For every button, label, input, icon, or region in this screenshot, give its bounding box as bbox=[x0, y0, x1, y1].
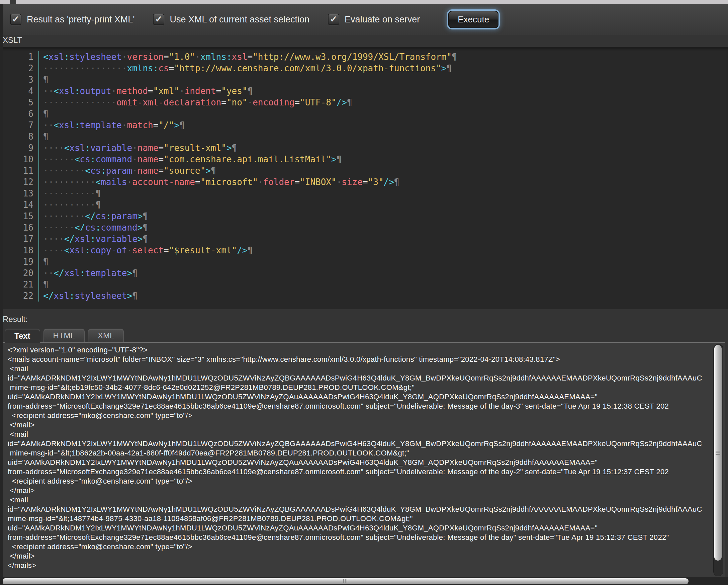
line-number: 14 bbox=[0, 199, 39, 210]
execute-button[interactable]: Execute bbox=[448, 11, 498, 28]
xslt-code-editor[interactable]: 1<xsl:stylesheet·version="1.0"·xmlns:xsl… bbox=[0, 47, 728, 309]
code-line-text: ··········¶ bbox=[39, 188, 101, 199]
checkbox-label: Result as 'pretty-print XML' bbox=[27, 15, 134, 25]
code-line-text: ¶ bbox=[39, 279, 49, 290]
checkmark-icon: ✓ bbox=[155, 15, 163, 23]
code-line-text: ¶ bbox=[39, 131, 49, 142]
code-line-text: ················xmlns:cs="http://www.cen… bbox=[39, 62, 452, 74]
code-line: 19¶ bbox=[0, 256, 728, 268]
code-line: 22</xsl:stylesheet>¶ bbox=[0, 290, 728, 302]
code-line: 3¶ bbox=[0, 74, 728, 85]
code-line-text: ··<xsl:output·method="xml"·indent="yes"¶ bbox=[39, 85, 253, 97]
code-line-text: ··········¶ bbox=[39, 199, 101, 210]
tab-html[interactable]: HTML bbox=[44, 329, 85, 342]
code-line-text: ··</xsl:template>¶ bbox=[39, 268, 137, 279]
result-section-label: Result: bbox=[3, 314, 28, 324]
code-line-text: ··········<mails·account-name="microsoft… bbox=[39, 176, 399, 188]
code-line: 21¶ bbox=[0, 279, 728, 290]
checkbox-pretty-print-xml[interactable]: ✓ Result as 'pretty-print XML' bbox=[10, 14, 134, 25]
line-number: 15 bbox=[0, 210, 39, 222]
checkbox-label: Evaluate on server bbox=[345, 15, 420, 25]
line-number: 12 bbox=[0, 176, 39, 188]
result-panel[interactable]: <?xml version="1.0" encoding="UTF-8"?> <… bbox=[3, 342, 725, 577]
code-line: 6¶ bbox=[0, 108, 728, 120]
code-line: 14··········¶ bbox=[0, 199, 728, 210]
line-number: 5 bbox=[0, 97, 39, 108]
code-line: 15········</cs:param>¶ bbox=[0, 210, 728, 222]
line-number: 9 bbox=[0, 142, 39, 154]
line-number: 4 bbox=[0, 85, 39, 97]
scrollbar-grip-icon bbox=[343, 579, 347, 583]
code-line-text: ¶ bbox=[39, 108, 49, 120]
code-line-text: ····<xsl:copy-of·select="$result-xml"/>¶ bbox=[39, 245, 253, 256]
code-line-text: <xsl:stylesheet·version="1.0"·xmlns:xsl=… bbox=[39, 51, 457, 62]
window-left-border bbox=[0, 4, 3, 585]
line-number: 16 bbox=[0, 222, 39, 233]
xslt-tool-window: ✓ Result as 'pretty-print XML' ✓ Use XML… bbox=[0, 0, 728, 585]
line-number: 10 bbox=[0, 154, 39, 165]
code-line: 5··············omit-xml-declaration="no"… bbox=[0, 97, 728, 108]
line-number: 22 bbox=[0, 290, 39, 302]
line-number: 8 bbox=[0, 131, 39, 142]
code-line-text: ····</xsl:variable>¶ bbox=[39, 233, 148, 245]
line-number: 21 bbox=[0, 279, 39, 290]
code-line-text: ······</cs:command>¶ bbox=[39, 222, 148, 233]
line-number: 7 bbox=[0, 120, 39, 131]
line-number: 18 bbox=[0, 245, 39, 256]
line-number: 13 bbox=[0, 188, 39, 199]
line-number: 2 bbox=[0, 62, 39, 74]
code-line: 4··<xsl:output·method="xml"·indent="yes"… bbox=[0, 85, 728, 97]
code-line-text: ····<xsl:variable·name="result-xml">¶ bbox=[39, 142, 237, 154]
code-line-text: ¶ bbox=[39, 74, 49, 85]
line-number: 6 bbox=[0, 108, 39, 120]
code-line: 1<xsl:stylesheet·version="1.0"·xmlns:xsl… bbox=[0, 51, 728, 62]
code-line-text: ··············omit-xml-declaration="no"·… bbox=[39, 97, 352, 108]
horizontal-scrollbar[interactable] bbox=[0, 577, 728, 585]
code-line-text: ········<cs:param·name="source">¶ bbox=[39, 165, 216, 176]
code-line-text: </xsl:stylesheet>¶ bbox=[39, 290, 137, 302]
code-line: 7··<xsl:template·match="/">¶ bbox=[0, 120, 728, 131]
xslt-section-label: XSLT bbox=[3, 35, 22, 45]
code-line: 9····<xsl:variable·name="result-xml">¶ bbox=[0, 142, 728, 154]
checkmark-icon: ✓ bbox=[330, 15, 337, 23]
top-strip-notch bbox=[10, 0, 16, 4]
line-number: 20 bbox=[0, 268, 39, 279]
use-xml-checkbox[interactable]: ✓ bbox=[153, 14, 164, 25]
code-line: 13··········¶ bbox=[0, 188, 728, 199]
toolbar: ✓ Result as 'pretty-print XML' ✓ Use XML… bbox=[0, 4, 728, 35]
code-line: 20··</xsl:template>¶ bbox=[0, 268, 728, 279]
code-line-text: ······<cs:command·name="com.censhare.api… bbox=[39, 154, 342, 165]
checkbox-use-xml-asset-selection[interactable]: ✓ Use XML of current asset selection bbox=[153, 14, 309, 25]
xslt-code: 1<xsl:stylesheet·version="1.0"·xmlns:xsl… bbox=[0, 51, 728, 302]
evaluate-checkbox[interactable]: ✓ bbox=[328, 14, 339, 25]
code-line-text: ¶ bbox=[39, 256, 49, 268]
code-line: 17····</xsl:variable>¶ bbox=[0, 233, 728, 245]
scrollbar-grip-icon bbox=[716, 451, 720, 455]
code-line-text: ········</cs:param>¶ bbox=[39, 210, 148, 222]
line-number: 3 bbox=[0, 74, 39, 85]
window-top-strip bbox=[0, 0, 728, 4]
code-line: 12··········<mails·account-name="microso… bbox=[0, 176, 728, 188]
line-number: 1 bbox=[0, 51, 39, 62]
code-line: 16······</cs:command>¶ bbox=[0, 222, 728, 233]
code-line: 18····<xsl:copy-of·select="$result-xml"/… bbox=[0, 245, 728, 256]
tab-text[interactable]: Text bbox=[5, 329, 40, 343]
line-number: 11 bbox=[0, 165, 39, 176]
code-line: 10······<cs:command·name="com.censhare.a… bbox=[0, 154, 728, 165]
code-line-text: ··<xsl:template·match="/">¶ bbox=[39, 120, 185, 131]
tab-xml[interactable]: XML bbox=[88, 329, 124, 342]
code-line: 2················xmlns:cs="http://www.ce… bbox=[0, 62, 728, 74]
horizontal-scrollbar-thumb[interactable] bbox=[2, 578, 688, 584]
line-number: 17 bbox=[0, 233, 39, 245]
result-text: <?xml version="1.0" encoding="UTF-8"?> <… bbox=[8, 346, 710, 575]
vertical-scrollbar[interactable] bbox=[713, 344, 723, 576]
code-line: 11········<cs:param·name="source">¶ bbox=[0, 165, 728, 176]
checkmark-icon: ✓ bbox=[12, 15, 19, 23]
checkbox-evaluate-on-server[interactable]: ✓ Evaluate on server bbox=[328, 14, 420, 25]
line-number: 19 bbox=[0, 256, 39, 268]
code-line: 8¶ bbox=[0, 131, 728, 142]
result-tabs: TextHTMLXML bbox=[5, 329, 124, 342]
vertical-scrollbar-thumb[interactable] bbox=[714, 345, 722, 561]
checkbox-label: Use XML of current asset selection bbox=[170, 15, 309, 25]
pretty-print-checkbox[interactable]: ✓ bbox=[10, 14, 21, 25]
